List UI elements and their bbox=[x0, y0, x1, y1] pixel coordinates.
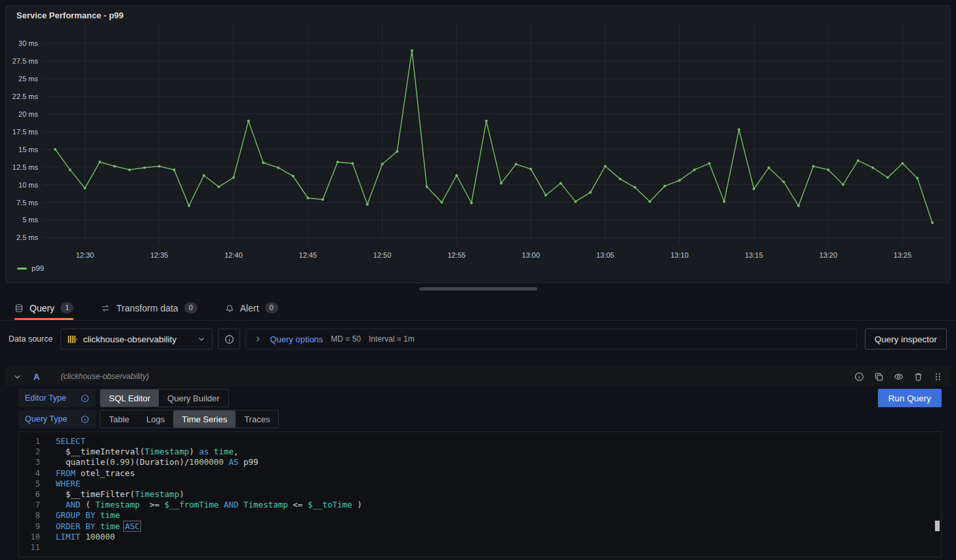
tab-query[interactable]: Query 1 bbox=[14, 296, 73, 320]
query-row-header: A (clickhouse-observability) bbox=[5, 367, 951, 386]
svg-text:5 ms: 5 ms bbox=[22, 216, 38, 224]
editor-type-toggle: SQL Editor Query Builder bbox=[100, 389, 229, 407]
svg-text:13:05: 13:05 bbox=[596, 251, 615, 259]
query-actions bbox=[854, 372, 943, 382]
code-lines: 1SELECT2 $__timeInterval(Timestamp) as t… bbox=[19, 436, 941, 553]
info-icon[interactable] bbox=[81, 415, 89, 424]
query-help-icon[interactable] bbox=[854, 372, 864, 382]
query-options-interval: Interval = 1m bbox=[369, 334, 415, 344]
info-circle-icon bbox=[224, 334, 234, 344]
tab-alert-count: 0 bbox=[265, 302, 278, 313]
query-datasource-hint: (clickhouse-observability) bbox=[60, 372, 149, 381]
tab-alert-label: Alert bbox=[240, 303, 259, 313]
sql-code-editor[interactable]: 1SELECT2 $__timeInterval(Timestamp) as t… bbox=[18, 431, 942, 557]
timeseries-panel: Service Performance - p99 2.5 ms5 ms7.5 … bbox=[5, 5, 951, 283]
collapse-chevron-icon[interactable] bbox=[13, 372, 22, 381]
info-icon[interactable] bbox=[81, 394, 89, 403]
tab-query-count: 1 bbox=[60, 302, 73, 313]
query-options-bar[interactable]: Query options MD = 50 Interval = 1m bbox=[245, 329, 856, 350]
drag-handle-icon[interactable] bbox=[933, 372, 943, 382]
svg-text:2.5 ms: 2.5 ms bbox=[16, 233, 39, 241]
svg-text:27.5 ms: 27.5 ms bbox=[12, 57, 39, 65]
query-type-label-text: Query Type bbox=[25, 414, 67, 424]
panel-header[interactable]: Service Performance - p99 bbox=[6, 6, 950, 21]
datasource-selected: clickhouse-observability bbox=[83, 334, 192, 344]
svg-text:13:20: 13:20 bbox=[820, 251, 838, 259]
chevron-right-icon bbox=[254, 335, 262, 343]
svg-text:12:35: 12:35 bbox=[150, 251, 169, 259]
svg-text:13:15: 13:15 bbox=[745, 251, 763, 259]
run-query-button[interactable]: Run Query bbox=[878, 389, 942, 407]
svg-text:15 ms: 15 ms bbox=[18, 146, 38, 153]
query-options-md: MD = 50 bbox=[331, 334, 361, 344]
svg-text:12:30: 12:30 bbox=[76, 251, 94, 259]
query-options-label: Query options bbox=[270, 334, 323, 344]
overview-ruler-cursor bbox=[935, 521, 940, 531]
query-ref-id[interactable]: A bbox=[33, 372, 39, 382]
svg-text:12:40: 12:40 bbox=[224, 251, 243, 259]
svg-text:12:55: 12:55 bbox=[447, 251, 466, 259]
datasource-bar: Data source clickhouse-observability Que… bbox=[9, 329, 947, 350]
option-traces[interactable]: Traces bbox=[236, 410, 278, 428]
tab-query-label: Query bbox=[30, 303, 54, 313]
editor-type-label-text: Editor Type bbox=[25, 393, 66, 403]
transform-icon bbox=[101, 304, 110, 313]
svg-text:13:10: 13:10 bbox=[671, 251, 689, 259]
hide-query-icon[interactable] bbox=[894, 372, 904, 382]
svg-text:22.5 ms: 22.5 ms bbox=[12, 92, 39, 100]
panel-title: Service Performance - p99 bbox=[16, 10, 940, 20]
duplicate-query-icon[interactable] bbox=[874, 372, 884, 382]
option-sql-editor[interactable]: SQL Editor bbox=[100, 390, 159, 407]
query-editor-area: Editor Type SQL Editor Query Builder Run… bbox=[18, 389, 942, 557]
svg-text:20 ms: 20 ms bbox=[18, 110, 38, 118]
tab-transform-count: 0 bbox=[184, 302, 197, 313]
horizontal-scrollbar[interactable] bbox=[419, 287, 537, 290]
svg-text:12:45: 12:45 bbox=[299, 251, 318, 259]
svg-text:13:00: 13:00 bbox=[522, 251, 540, 259]
legend-label[interactable]: p99 bbox=[31, 264, 44, 272]
svg-text:30 ms: 30 ms bbox=[18, 39, 38, 47]
query-type-label: Query Type bbox=[18, 410, 96, 428]
editor-type-row: Editor Type SQL Editor Query Builder Run… bbox=[18, 389, 942, 407]
svg-text:7.5 ms: 7.5 ms bbox=[16, 199, 39, 207]
query-inspector-button[interactable]: Query inspector bbox=[865, 329, 947, 350]
timeseries-chart[interactable]: 2.5 ms5 ms7.5 ms10 ms12.5 ms15 ms17.5 ms… bbox=[6, 21, 949, 262]
svg-text:12:50: 12:50 bbox=[373, 251, 392, 259]
option-logs[interactable]: Logs bbox=[138, 410, 173, 428]
editor-type-label: Editor Type bbox=[18, 389, 96, 407]
option-time-series[interactable]: Time Series bbox=[173, 410, 236, 428]
datasource-picker[interactable]: clickhouse-observability bbox=[60, 329, 213, 350]
tab-alert[interactable]: Alert 0 bbox=[225, 296, 278, 320]
svg-text:25 ms: 25 ms bbox=[18, 75, 38, 83]
chart-legend[interactable]: p99 bbox=[6, 262, 950, 274]
query-type-row: Query Type Table Logs Time Series Traces bbox=[18, 410, 942, 428]
datasource-label: Data source bbox=[9, 334, 52, 344]
svg-text:17.5 ms: 17.5 ms bbox=[12, 128, 39, 136]
option-query-builder[interactable]: Query Builder bbox=[159, 390, 228, 407]
database-icon bbox=[14, 304, 24, 313]
option-table[interactable]: Table bbox=[100, 410, 138, 428]
datasource-help-button[interactable] bbox=[218, 329, 240, 350]
svg-text:10 ms: 10 ms bbox=[18, 181, 38, 189]
tab-transform-label: Transform data bbox=[116, 303, 178, 313]
svg-text:13:25: 13:25 bbox=[894, 251, 912, 259]
query-type-toggle: Table Logs Time Series Traces bbox=[100, 410, 279, 428]
editor-tabs: Query 1 Transform data 0 Alert 0 bbox=[0, 296, 956, 321]
clickhouse-logo-icon bbox=[68, 334, 77, 344]
tab-transform-data[interactable]: Transform data 0 bbox=[101, 296, 197, 320]
delete-query-icon[interactable] bbox=[913, 372, 923, 382]
chevron-down-icon bbox=[197, 335, 205, 343]
bell-icon bbox=[225, 304, 234, 313]
legend-swatch bbox=[17, 268, 27, 270]
svg-text:12.5 ms: 12.5 ms bbox=[12, 163, 39, 171]
